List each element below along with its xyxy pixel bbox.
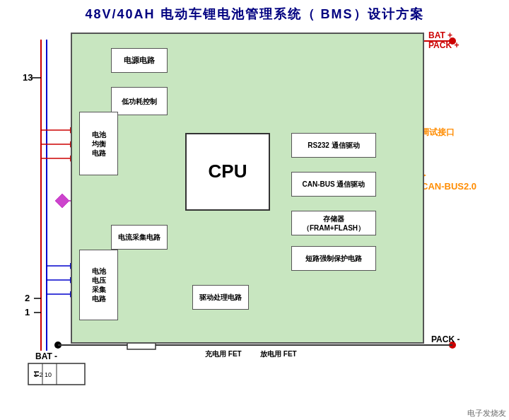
svg-text:BAT -: BAT - (35, 351, 57, 361)
lowpower-block: 低功耗控制 (111, 87, 168, 115)
svg-rect-78 (28, 363, 85, 385)
page-title: 48V/40AH 电动车锂电池管理系统（ BMS）设计方案 (0, 0, 509, 25)
drive-circuit-block: 驱动处理电路 (192, 285, 249, 310)
main-container: 48V/40AH 电动车锂电池管理系统（ BMS）设计方案 13 2 1 (0, 0, 509, 420)
svg-text:PACK -: PACK - (431, 334, 460, 344)
cpu-block: CPU (185, 133, 270, 211)
svg-text:1    2        10: 1 2 10 (34, 371, 52, 378)
diagram-area: 13 2 1 温度传感器 (14, 25, 495, 379)
power-circuit-block: 电源电路 (111, 48, 168, 73)
svg-text:BAT +: BAT + (428, 30, 452, 40)
balance-block: 电池 均衡 电路 (79, 112, 118, 175)
voltage-sampling-block: 电池 电压 采集 电路 (79, 250, 118, 320)
svg-point-29 (449, 342, 456, 349)
svg-text:充电用 FET: 充电用 FET (204, 350, 242, 358)
svg-text:1: 1 (25, 307, 30, 317)
svg-text:CAN-BUS2.0: CAN-BUS2.0 (421, 181, 476, 192)
svg-point-28 (449, 37, 456, 45)
svg-point-30 (54, 342, 62, 349)
memory-block: 存储器（FRAM+FLASH） (291, 211, 376, 235)
rs232-block: RS232 通信驱动 (291, 133, 376, 158)
current-sampling-block: 电流采集电路 (111, 225, 168, 250)
short-protection-block: 短路强制保护电路 (291, 246, 376, 271)
svg-text:2: 2 (25, 293, 30, 303)
green-board: 电源电路 低功耗控制 电池 均衡 电路 CPU 电流采集电路 电池 电压 采集 … (71, 33, 424, 344)
svg-text:PACK +: PACK + (428, 40, 459, 50)
svg-text:放电用 FET: 放电用 FET (259, 350, 297, 358)
canbus-block: CAN-BUS 通信驱动 (291, 172, 376, 197)
watermark: 电子发烧友 (464, 407, 509, 420)
svg-text:调试接口: 调试接口 (421, 127, 455, 137)
svg-text:13: 13 (23, 72, 33, 83)
svg-marker-14 (55, 194, 69, 208)
